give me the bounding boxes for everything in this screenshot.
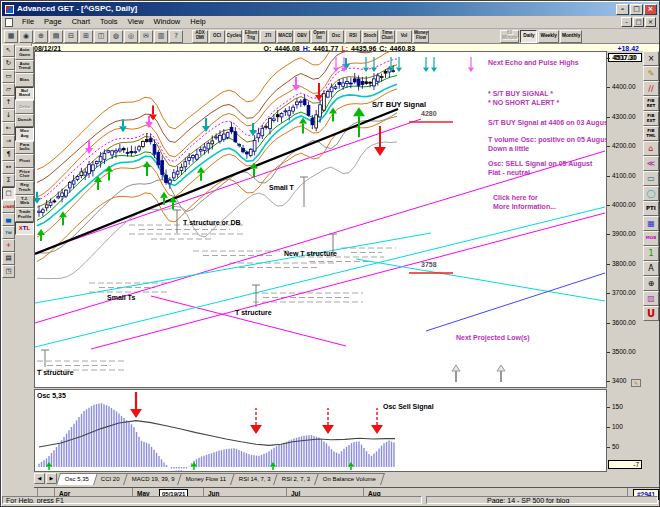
gann-angles-icon[interactable]: ⌂ bbox=[643, 141, 659, 156]
tab-rsi-2-7-3[interactable]: RSI 2, 7, 3 bbox=[273, 473, 319, 485]
trend-line[interactable] bbox=[91, 213, 605, 349]
sum-icon[interactable]: Σ bbox=[2, 174, 15, 187]
undo-icon[interactable]: U bbox=[643, 306, 659, 321]
mob-icon[interactable]: MOB bbox=[643, 231, 659, 246]
maximize-button[interactable]: □ bbox=[630, 4, 643, 15]
study-button-trade-profile[interactable]: TradeProfile bbox=[15, 208, 34, 222]
menu-file[interactable]: File bbox=[17, 16, 39, 28]
elliott-waves-icon[interactable]: ≪ bbox=[643, 156, 659, 171]
study-button-t-j-web[interactable]: T.J.Web bbox=[15, 195, 34, 209]
mail-icon[interactable]: ✉ bbox=[139, 30, 153, 43]
indicator-button-vol[interactable]: Vol bbox=[396, 30, 412, 43]
indicator-button-cycles[interactable]: Cycles bbox=[226, 30, 242, 43]
indicator-button-obv[interactable]: OBV bbox=[294, 30, 310, 43]
globe-icon[interactable]: ◍ bbox=[109, 30, 123, 43]
arrow-down-icon[interactable]: ↓ bbox=[2, 109, 15, 122]
trend-line[interactable] bbox=[35, 207, 605, 347]
page-flip-icon[interactable]: ▤ bbox=[2, 252, 15, 265]
period-button-60-minute[interactable]: 60Minute bbox=[500, 30, 519, 43]
pencil-icon[interactable]: ✎ bbox=[643, 66, 659, 81]
snapshot-icon[interactable]: ◎ bbox=[124, 30, 138, 43]
reset-icon[interactable]: ↻ bbox=[2, 57, 15, 70]
trend-line[interactable] bbox=[426, 273, 605, 331]
arrow-left-icon[interactable]: ← bbox=[2, 122, 15, 135]
study-button-reg-trnch[interactable]: RegTrnch bbox=[15, 181, 34, 195]
arrow-up-icon[interactable]: ↑ bbox=[2, 96, 15, 109]
menu-page[interactable]: Page bbox=[39, 16, 67, 28]
study-button-donch[interactable]: Donch bbox=[15, 114, 34, 128]
chart-style-icon[interactable]: ▄ bbox=[2, 213, 15, 226]
eraser-icon[interactable]: ▱ bbox=[2, 83, 15, 96]
tab-macd-19-39-9[interactable]: MACD 19, 39, 9 bbox=[123, 473, 184, 485]
minimize-button[interactable]: – bbox=[616, 4, 629, 15]
tj-web-icon[interactable]: TW bbox=[2, 226, 15, 239]
box-tool-icon[interactable]: ▭ bbox=[643, 171, 659, 186]
mdi-close-button[interactable]: × bbox=[645, 17, 656, 27]
oscillator-canvas[interactable]: Osc 5,35Osc Sell Signal bbox=[35, 390, 606, 471]
tab-on-balance-volume[interactable]: On Balance Volume bbox=[314, 473, 385, 485]
study-button-bol-band[interactable]: BolBand bbox=[15, 87, 34, 101]
indicator-button-osc[interactable]: Osc bbox=[328, 30, 344, 43]
menu-help[interactable]: Help bbox=[185, 16, 210, 28]
trend-line[interactable] bbox=[356, 259, 605, 301]
ruler-icon[interactable]: ▭ bbox=[2, 70, 15, 83]
exit-door-icon[interactable]: ◳ bbox=[2, 265, 15, 278]
study-button-xtl[interactable]: XTL bbox=[15, 222, 34, 236]
pilcrow-icon[interactable]: ¶ bbox=[2, 148, 15, 161]
period-button-weekly[interactable]: Weekly bbox=[538, 30, 558, 43]
axis-corner-icon[interactable]: ✎ bbox=[631, 379, 641, 387]
analyst-note[interactable]: More Information... bbox=[493, 203, 556, 210]
analyst-note[interactable]: Click here for bbox=[493, 194, 538, 201]
menu-window[interactable]: Window bbox=[149, 16, 186, 28]
chart-wizard-icon[interactable]: ▦ bbox=[4, 30, 18, 43]
mdi-minimize-button[interactable]: – bbox=[621, 17, 632, 27]
tab-scroll-right[interactable]: ▶ bbox=[46, 473, 57, 484]
time-clusters-icon[interactable]: ▦ bbox=[643, 216, 659, 231]
indicator-button-time-clust[interactable]: TimeClust bbox=[379, 30, 395, 43]
zoom-in-icon[interactable]: ⊕ bbox=[34, 30, 48, 43]
indicator-button-stoch[interactable]: Stoch bbox=[362, 30, 378, 43]
help-icon[interactable]: ? bbox=[169, 30, 183, 43]
close-button[interactable]: × bbox=[644, 4, 657, 15]
trend-lines-icon[interactable]: ∕∕ bbox=[643, 81, 659, 96]
study-button-price-clstr[interactable]: PriceClstr bbox=[15, 168, 34, 182]
period-button-monthly[interactable]: Monthly bbox=[560, 30, 582, 43]
study-button-bias[interactable]: Bias bbox=[15, 73, 34, 87]
study-button-mov-avg[interactable]: MovAvg bbox=[15, 127, 34, 141]
tab-scroll-left[interactable]: ◀ bbox=[34, 473, 45, 484]
study-button-pivot[interactable]: Pivot bbox=[15, 154, 34, 168]
blank-square-icon[interactable]: □ bbox=[2, 187, 15, 200]
print-icon[interactable]: ▥ bbox=[154, 30, 168, 43]
pti-icon[interactable]: PTI bbox=[643, 201, 659, 216]
profit-index-icon[interactable]: 1 bbox=[643, 246, 659, 261]
menu-view[interactable]: View bbox=[122, 16, 148, 28]
cascade-windows-icon[interactable]: ◫ bbox=[94, 30, 108, 43]
period-button-daily[interactable]: Daily bbox=[520, 30, 537, 43]
indicator-button-elliott-trig[interactable]: ElliottTrig bbox=[243, 30, 259, 43]
fib-time-icon[interactable]: FIBTML bbox=[643, 126, 659, 141]
indicator-button-jti[interactable]: JTI bbox=[260, 30, 276, 43]
indicator-button-adx-dmi[interactable]: ADXDMI bbox=[192, 30, 208, 43]
trend-line[interactable] bbox=[151, 296, 346, 346]
study-button-para-bolic[interactable]: Parabolic bbox=[15, 141, 34, 155]
indicator-button-oci[interactable]: OCI bbox=[209, 30, 225, 43]
menu-tools[interactable]: Tools bbox=[95, 16, 123, 28]
fib-retracement-icon[interactable]: FIBRET bbox=[643, 96, 659, 111]
close-chart-icon[interactable]: × bbox=[643, 51, 659, 66]
tab-rsi-14-7-3[interactable]: RSI 14, 7, 3 bbox=[230, 473, 280, 485]
tile-vertical-icon[interactable]: ⊞ bbox=[79, 30, 93, 43]
oscillator-axis[interactable]: 15010050-7 bbox=[607, 389, 643, 472]
tab-osc-5-35[interactable]: Osc 5,35 bbox=[56, 473, 98, 485]
lines-icon[interactable]: LINES bbox=[2, 200, 15, 213]
text-tool-icon[interactable]: A bbox=[643, 261, 659, 276]
study-button-delta[interactable]: Delta bbox=[15, 100, 34, 114]
tab-money-flow-11[interactable]: Money Flow 11 bbox=[177, 473, 235, 485]
indicator-button-rsi[interactable]: RSI bbox=[345, 30, 361, 43]
new-chart-icon[interactable]: ▤ bbox=[49, 30, 63, 43]
expand-horizontal-icon[interactable]: ↔ bbox=[2, 161, 15, 174]
indicator-button-open-int[interactable]: OpenInt bbox=[311, 30, 327, 43]
binoculars-icon[interactable]: ◉ bbox=[19, 30, 33, 43]
indicator-button-money-flow[interactable]: MoneyFlow bbox=[413, 30, 429, 43]
add-study-icon[interactable]: + bbox=[2, 239, 15, 252]
price-axis[interactable]: 4517.304500.004400.004300.004200.004100.… bbox=[607, 51, 643, 389]
